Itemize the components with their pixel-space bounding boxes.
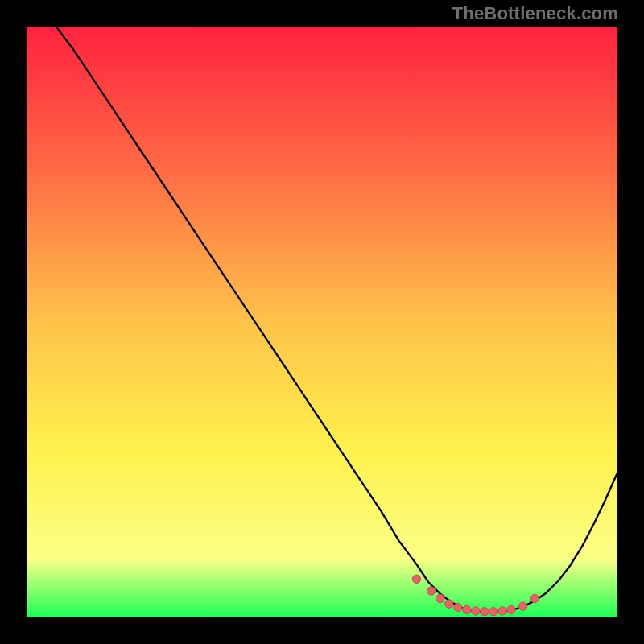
highlight-dot bbox=[412, 575, 420, 583]
highlight-dot bbox=[436, 594, 444, 602]
highlight-dot bbox=[445, 600, 453, 608]
gradient-background bbox=[27, 27, 617, 617]
highlight-dot bbox=[530, 594, 539, 602]
highlight-dot bbox=[427, 587, 436, 595]
highlight-dot bbox=[518, 602, 526, 610]
highlight-dot bbox=[472, 607, 480, 615]
highlight-dot bbox=[481, 608, 489, 616]
plot-area bbox=[27, 27, 617, 617]
highlight-dot bbox=[454, 603, 462, 611]
watermark-text: TheBottleneck.com bbox=[452, 3, 618, 24]
highlight-dot bbox=[463, 605, 471, 613]
plot-svg bbox=[27, 27, 617, 617]
highlight-dot bbox=[498, 607, 506, 615]
chart-frame: TheBottleneck.com bbox=[0, 0, 644, 644]
highlight-dot bbox=[489, 608, 497, 616]
highlight-dot bbox=[507, 605, 515, 613]
